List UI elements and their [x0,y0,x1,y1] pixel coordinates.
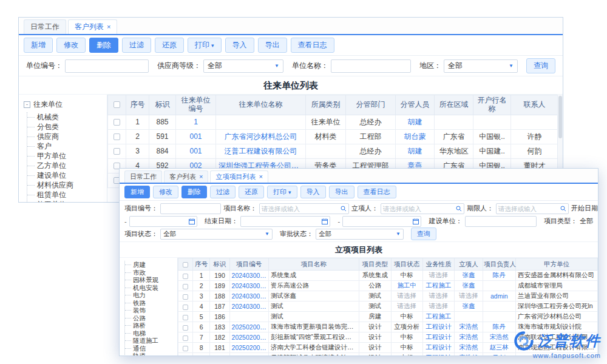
search-button[interactable]: 查询 [411,228,436,240]
column-header[interactable]: 项目编号 [229,258,268,271]
toolbar-button[interactable]: 打印▾ [188,38,222,53]
cell-link[interactable]: 宋浩然 [483,332,515,343]
toolbar-button[interactable]: 导出 [258,38,287,53]
cell-link[interactable]: 2024030009 [229,291,268,302]
tab[interactable]: 立项项目列表× [210,170,268,183]
cell-link[interactable]: 胡建 [396,144,435,158]
cell-link[interactable]: 工程施工 [422,312,454,322]
select-all-checkbox[interactable] [183,262,188,268]
column-header[interactable]: 项目状态 [391,258,422,271]
calendar-icon[interactable] [413,218,419,224]
toolbar-button[interactable]: 查看日志 [291,38,334,53]
toolbar-button[interactable]: 新增 [124,186,150,198]
calendar-icon[interactable] [189,218,195,224]
toolbar-button[interactable]: 修改 [56,38,86,53]
unit-no-input[interactable] [65,59,149,73]
tree-item[interactable]: 分包类 [27,122,103,132]
toolbar-button[interactable]: 导入 [300,186,326,198]
row-checkbox[interactable] [183,335,188,341]
tree-item[interactable]: 园林景观 [125,276,175,284]
tree-item[interactable]: 客户 [27,141,103,151]
select-all-checkbox[interactable] [114,101,120,108]
column-header[interactable]: 往来单位名称 [216,95,306,115]
cell-link[interactable]: 宋浩然 [455,353,483,356]
cell-link[interactable]: 2024030011 [229,271,268,281]
approval-status-select[interactable]: 全部 ▼ [316,229,404,240]
tab[interactable]: 客户列表× [164,170,208,183]
initiator-field[interactable] [383,205,456,212]
column-header[interactable]: 分管人员 [396,95,435,115]
cell-link[interactable]: 张鑫 [455,271,483,281]
toolbar-button[interactable]: 删除 [89,38,118,53]
cell-link[interactable]: 2024030010 [229,281,268,291]
search-icon[interactable] [456,206,462,212]
search-button[interactable]: 查询 [526,58,555,73]
row-checkbox[interactable] [114,133,120,140]
column-header[interactable]: 序号 [126,95,149,115]
tree-item[interactable]: 通信 [125,345,175,352]
tree-item[interactable]: 机电安装 [125,284,175,292]
collapse-icon[interactable]: - [24,101,30,108]
tab[interactable]: 客户列表× [68,19,117,34]
initiator-input[interactable] [381,203,464,214]
cell-link[interactable]: 宋浩然 [455,343,483,353]
cell-link[interactable]: 2025020002 [229,343,268,353]
row-checkbox[interactable] [114,148,120,155]
manager-input[interactable] [496,203,569,214]
row-checkbox[interactable] [183,315,188,320]
toolbar-button[interactable]: 还原 [239,186,264,198]
tree-item[interactable]: 材料供应商 [27,180,103,190]
cell-link[interactable]: 胡建 [396,115,435,129]
toolbar-button[interactable]: 新增 [24,38,53,53]
column-header[interactable]: 业务性质 [422,258,454,271]
cell-link[interactable]: 001 [176,144,216,158]
cell-link[interactable]: 2025020004 [229,322,268,332]
start-date-to-field[interactable] [132,218,189,225]
tab[interactable]: 日常工作 [124,170,162,183]
unit-name-input[interactable] [331,59,411,73]
cell-link[interactable]: 1 [176,115,216,129]
tree-item[interactable]: 隧道施工 [125,337,175,345]
row-checkbox[interactable] [114,119,120,126]
column-header[interactable]: 所在区域 [435,95,473,115]
project-status-select[interactable]: 全部 ▼ [160,229,273,240]
cell-link[interactable]: 陈丹 [483,271,515,281]
cell-link[interactable]: 宋浩然 [455,322,483,332]
supplier-level-select[interactable]: 全部 ▼ [203,59,283,73]
tree-item[interactable]: 铁路 [125,299,175,307]
close-icon[interactable]: × [259,174,262,180]
column-header[interactable]: 标识 [149,95,176,115]
column-header[interactable]: 标识 [210,258,229,271]
toolbar-button[interactable]: 导入 [225,38,254,53]
end-date-input[interactable] [240,216,330,227]
tree-item[interactable]: 供应商 [27,132,103,141]
cell-link[interactable]: admin [483,291,515,302]
column-header[interactable]: 项目负责人 [483,258,515,271]
column-header[interactable]: 项目名称 [269,258,359,271]
close-icon[interactable]: × [107,24,110,30]
end-date-field[interactable] [243,218,322,225]
row-checkbox[interactable] [183,284,188,289]
toolbar-button[interactable]: 删除 [181,186,207,198]
row-checkbox[interactable] [183,274,188,279]
toolbar-button[interactable]: 导出 [329,186,354,198]
tree-item[interactable]: 甲方单位 [27,151,103,161]
toolbar-button[interactable]: 查看日志 [358,186,396,198]
calendar-icon[interactable] [322,218,328,224]
column-header[interactable]: 项目类型 [359,258,391,271]
manager-field[interactable] [498,205,560,212]
cell-link[interactable]: 泛普工程建设有限公司 [216,144,306,158]
tree-item[interactable]: 电梯 [125,329,175,337]
tree-item[interactable]: 轨道 [125,352,175,356]
tree-item[interactable]: 房建 [125,261,175,269]
cell-link[interactable]: 2024030008 [229,302,268,312]
tree-item[interactable]: 建设单位 [27,170,103,180]
column-header[interactable]: 立项人 [455,258,483,271]
tree-item[interactable]: 公路 [125,314,175,322]
toolbar-button[interactable]: 还原 [155,38,184,53]
tree-root[interactable]: -往来单位 [22,98,103,112]
scrollbar-thumb[interactable] [558,96,562,138]
toolbar-button[interactable]: 过滤 [122,38,151,53]
cell-link[interactable]: 广东省河沙材料总公司 [216,129,306,144]
row-checkbox[interactable] [183,325,188,331]
